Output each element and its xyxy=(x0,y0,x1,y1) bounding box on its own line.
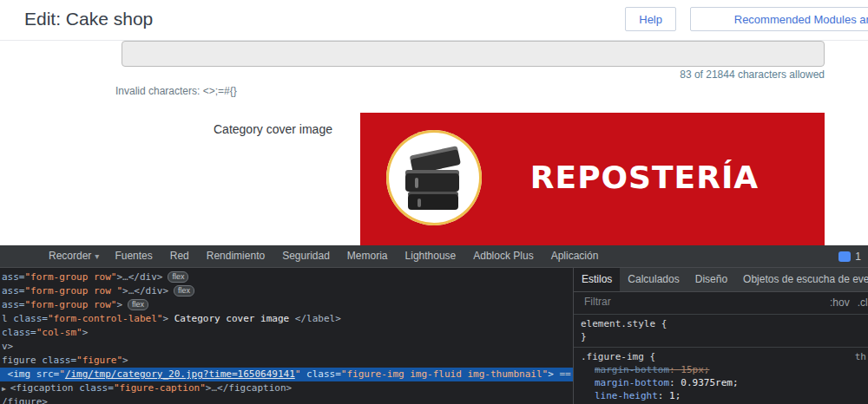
figure-img-rule: .figure-img { th margin-bottom: 15px; ma… xyxy=(574,348,868,404)
help-button[interactable]: Help xyxy=(625,7,676,31)
code-segment: l xyxy=(2,313,13,324)
code-segment: </label> xyxy=(295,313,341,324)
invalid-characters-note: Invalid characters: <>;=#{} xyxy=(115,85,237,97)
code-segment: figure xyxy=(2,355,42,366)
code-segment: <img xyxy=(2,368,36,380)
code-segment: "figure-img img-fluid img-thumbnail" xyxy=(341,368,548,380)
tab-estilos[interactable]: Estilos xyxy=(574,268,620,291)
code-segment: : 0.9375rem; xyxy=(669,377,738,388)
devtools-tab-red[interactable]: Red xyxy=(161,245,198,267)
code-segment: "figure-caption" xyxy=(114,382,206,394)
dom-tree-node-selected[interactable]: <img src="/img/tmp/category_20.jpg?time=… xyxy=(0,368,573,381)
chevron-down-icon[interactable]: ▾ xyxy=(95,245,106,267)
devtools-tab-adblock-plus[interactable]: Adblock Plus xyxy=(464,245,542,267)
styles-filter-input[interactable] xyxy=(582,295,760,309)
dom-tree-node[interactable]: ass="form-group row">flex xyxy=(0,298,573,312)
devtools-tab-recorder[interactable]: Recorder xyxy=(40,245,100,267)
devtools-body: ass="form-group row">…</div>flex ass="fo… xyxy=(0,268,868,404)
description-textarea[interactable] xyxy=(122,41,825,67)
css-property-overridden[interactable]: margin-bottom: 15px; xyxy=(574,363,868,376)
devtools-tab-lighthouse[interactable]: Lighthouse xyxy=(397,245,465,267)
element-style-rule: element.style { } xyxy=(574,315,868,348)
issues-count: 1 xyxy=(855,251,861,263)
styles-filter-bar: :hov .cls xyxy=(574,292,868,315)
code-segment: class= xyxy=(306,368,341,380)
page-title: Edit: Cake shop xyxy=(24,9,153,29)
dom-tree-node[interactable]: l class="form-control-label"> Category c… xyxy=(0,312,573,326)
code-segment: line-height xyxy=(595,390,658,401)
code-segment: " xyxy=(59,368,65,380)
css-selector[interactable]: element.style { xyxy=(574,317,868,330)
code-segment: … xyxy=(122,271,128,283)
code-segment: : 15px; xyxy=(669,364,709,375)
pseudo-state-toggle[interactable]: :hov xyxy=(830,296,850,309)
dom-tree-node[interactable]: figure class="figure"> xyxy=(0,354,573,368)
code-segment: class= xyxy=(79,382,114,394)
issues-bubble-icon[interactable] xyxy=(838,251,851,262)
code-segment: > xyxy=(122,355,128,366)
styles-toggles: :hov .cls xyxy=(830,296,868,309)
devtools-tab-seguridad[interactable]: Seguridad xyxy=(273,245,339,267)
code-segment: > xyxy=(116,299,122,310)
flex-badge[interactable]: flex xyxy=(174,285,194,296)
code-segment: "form-group row" xyxy=(25,299,117,310)
code-segment: margin-bottom xyxy=(595,364,669,375)
code-segment: == $0 xyxy=(554,368,573,380)
code-segment: "col-sm" xyxy=(36,327,82,338)
devtools-tab-aplicacion[interactable]: Aplicación xyxy=(542,245,608,267)
css-property[interactable]: margin-bottom: 0.9375rem; xyxy=(574,376,868,389)
tab-diseno[interactable]: Diseño xyxy=(687,268,735,291)
code-segment: : 1; xyxy=(658,390,681,401)
dom-tree-node[interactable]: v> xyxy=(0,340,573,354)
code-segment: "form-control-label" xyxy=(48,313,162,324)
character-counter: 83 of 21844 characters allowed xyxy=(680,68,825,81)
dom-tree-node[interactable]: class="col-sm"> xyxy=(0,326,573,340)
class-toggle[interactable]: .cls xyxy=(858,296,868,309)
css-selector[interactable]: .figure-img { xyxy=(581,350,655,363)
code-segment: ass= xyxy=(2,271,25,283)
devtools-tab-memoria[interactable]: Memoria xyxy=(339,245,397,267)
category-cover-image: REPOSTERÍA xyxy=(360,113,825,245)
css-property[interactable]: line-height: 1; xyxy=(574,389,868,402)
styles-sidebar: Estilos Calculados Diseño Objetos de esc… xyxy=(573,268,868,404)
code-segment: "form-group row " xyxy=(25,285,123,296)
flex-badge[interactable]: flex xyxy=(128,299,148,310)
devtools-tab-rendimiento[interactable]: Rendimiento xyxy=(198,245,273,267)
expand-arrow-icon[interactable]: ▶ xyxy=(2,385,10,393)
css-close-brace: } xyxy=(574,330,868,343)
issues-counter[interactable]: 1 xyxy=(838,245,861,267)
code-segment: src= xyxy=(36,368,60,380)
code-segment: </div> xyxy=(134,285,168,296)
screen: Edit: Cake shop Help Recommended Modules… xyxy=(0,0,868,404)
cover-image-label: Category cover image xyxy=(214,122,332,136)
code-segment: Category cover image xyxy=(168,313,295,324)
devtools-toolbar: Recorder ▾ Fuentes Red Rendimiento Segur… xyxy=(0,245,868,268)
admin-header: Edit: Cake shop Help Recommended Modules… xyxy=(0,0,868,41)
flex-badge[interactable]: flex xyxy=(168,271,188,283)
code-segment: > xyxy=(122,285,128,296)
code-segment: margin-bottom xyxy=(595,377,669,388)
code-segment: <figcaption xyxy=(10,382,79,394)
code-segment: /figure> xyxy=(2,396,48,404)
tab-calculados[interactable]: Calculados xyxy=(620,268,687,291)
banner-title: REPOSTERÍA xyxy=(482,160,807,195)
recommended-modules-button[interactable]: Recommended Modules and S xyxy=(690,7,868,31)
dom-tree-node[interactable]: ▶ <figcaption class="figure-caption">…</… xyxy=(0,381,573,395)
tab-event-listeners[interactable]: Objetos de escucha de eventos xyxy=(735,268,868,291)
code-segment: </figcaption> xyxy=(217,382,292,394)
cake-pans-icon xyxy=(386,130,482,225)
dom-tree-node[interactable]: ass="form-group row ">…</div>flex xyxy=(0,284,573,298)
dom-tree-node[interactable]: /figure> xyxy=(0,395,573,404)
dom-tree-node[interactable]: ass="form-group row">…</div>flex xyxy=(0,270,573,284)
code-segment: ass= xyxy=(2,299,25,310)
devtools-tab-fuentes[interactable]: Fuentes xyxy=(106,245,161,267)
code-segment: class= xyxy=(13,313,48,324)
elements-dom-tree: ass="form-group row">…</div>flex ass="fo… xyxy=(0,268,573,404)
code-segment: > xyxy=(82,327,89,338)
devtools-panel: Recorder ▾ Fuentes Red Rendimiento Segur… xyxy=(0,245,868,404)
stylesheet-source-link[interactable]: th xyxy=(855,350,866,363)
code-segment: "figure" xyxy=(76,355,122,366)
code-segment: class= xyxy=(2,327,36,338)
img-src-link[interactable]: /img/tmp/category_20.jpg?time=1650649141 xyxy=(65,368,295,380)
code-segment: v> xyxy=(2,341,13,352)
